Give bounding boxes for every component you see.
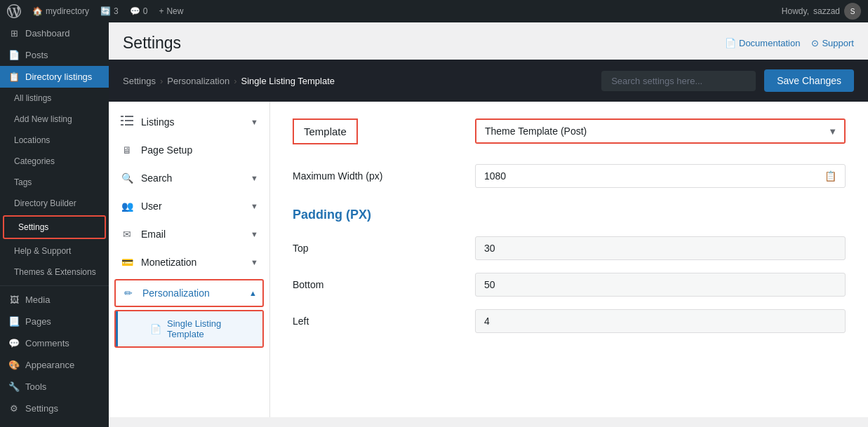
- padding-top-label: Top: [293, 243, 475, 254]
- sidebar-item-help-support[interactable]: Help & Support: [0, 240, 109, 262]
- breadcrumb: Settings › Personalization › Single List…: [123, 76, 335, 86]
- padding-bottom-row: Bottom: [293, 273, 846, 297]
- settings-nav-email[interactable]: ✉ Email ▼: [109, 220, 269, 248]
- sidebar-item-comments[interactable]: 💬 Comments: [0, 332, 109, 354]
- settings-sub-item-single-listing[interactable]: 📄 Single Listing Template: [116, 311, 262, 346]
- template-label-wrapper: Template: [293, 118, 475, 144]
- padding-title: Padding (PX): [293, 208, 846, 222]
- dashboard-icon: ⊞: [8, 28, 20, 39]
- comments-icon: 💬: [130, 6, 140, 16]
- template-select-container: Theme Template (Post)Custom TemplateDefa…: [475, 118, 846, 144]
- padding-bottom-input-wrapper: [475, 273, 846, 297]
- settings-nav-user[interactable]: 👥 User ▼: [109, 192, 269, 220]
- template-label: Template: [304, 126, 347, 137]
- sidebar-item-tags[interactable]: Tags: [0, 172, 109, 193]
- sidebar-item-tools[interactable]: 🔧 Tools: [0, 376, 109, 398]
- sidebar-item-add-new-listing[interactable]: Add New listing: [0, 109, 109, 130]
- documentation-link[interactable]: 📄 Documentation: [725, 38, 800, 48]
- appearance-icon: 🎨: [8, 360, 20, 370]
- max-width-input-wrapper: 1080 📋: [475, 164, 846, 188]
- padding-left-label: Left: [293, 316, 475, 327]
- padding-left-input[interactable]: [475, 309, 846, 333]
- settings-body: Listings ▼ 🖥 Page Setup 🔍 Search ▼: [109, 102, 868, 417]
- sidebar-item-settings[interactable]: Settings: [3, 215, 106, 239]
- copy-icon: 📋: [824, 170, 836, 182]
- padding-top-row: Top: [293, 236, 846, 260]
- single-listing-icon: 📄: [150, 324, 161, 334]
- sidebar-item-locations[interactable]: Locations: [0, 130, 109, 151]
- svg-rect-1: [125, 116, 133, 117]
- padding-bottom-input[interactable]: [475, 273, 846, 297]
- admin-bar: 🏠 mydirectory 🔄 3 💬 0 + New Howdy, sazza…: [0, 0, 868, 22]
- comments-nav-icon: 💬: [8, 338, 20, 348]
- doc-icon: 📄: [725, 38, 736, 48]
- page-setup-nav-icon: 🖥: [120, 144, 134, 156]
- user-nav-icon: 👥: [120, 201, 134, 212]
- sidebar-item-pages[interactable]: 📃 Pages: [0, 311, 109, 332]
- settings-nav-search[interactable]: 🔍 Search ▼: [109, 164, 269, 192]
- template-label-box: Template: [293, 118, 358, 144]
- page-header: Settings 📄 Documentation ⊙ Support: [109, 22, 868, 60]
- settings-nav-personalization[interactable]: ✏ Personalization ▲: [114, 279, 264, 307]
- svg-rect-3: [125, 120, 133, 121]
- settings-form: Template Theme Template (Post)Custom Tem…: [270, 102, 868, 417]
- personalization-chevron-icon: ▲: [249, 289, 257, 297]
- sidebar-item-categories[interactable]: Categories: [0, 151, 109, 172]
- padding-section: Padding (PX) Top Bottom: [293, 208, 846, 333]
- search-input[interactable]: [601, 71, 756, 91]
- max-width-field-row: Maximum Width (px) 1080 📋: [293, 164, 846, 188]
- svg-rect-5: [125, 124, 133, 126]
- template-field-row: Template Theme Template (Post)Custom Tem…: [293, 118, 846, 144]
- listings-chevron-icon: ▼: [251, 118, 258, 126]
- sidebar-item-posts[interactable]: 📄 Posts: [0, 44, 109, 66]
- tools-icon: 🔧: [8, 381, 20, 392]
- svg-rect-4: [121, 124, 123, 126]
- sidebar-item-dashboard[interactable]: ⊞ Dashboard: [0, 22, 109, 44]
- breadcrumb-current: Single Listing Template: [241, 76, 335, 86]
- personalization-nav-icon: ✏: [121, 287, 135, 299]
- avatar: S: [844, 3, 861, 20]
- support-icon: ⊙: [811, 38, 819, 48]
- search-chevron-icon: ▼: [251, 174, 258, 182]
- padding-top-input-wrapper: [475, 236, 846, 260]
- sidebar-item-directory-listings[interactable]: 📋 Directory listings: [0, 66, 109, 88]
- template-select[interactable]: Theme Template (Post)Custom TemplateDefa…: [476, 120, 844, 142]
- page-title: Settings: [123, 34, 181, 53]
- admin-bar-home[interactable]: 🏠 mydirectory: [32, 6, 89, 16]
- settings-nav-listings[interactable]: Listings ▼: [109, 107, 269, 136]
- sidebar-item-all-listings[interactable]: All listings: [0, 88, 109, 109]
- email-chevron-icon: ▼: [251, 230, 258, 238]
- padding-bottom-label: Bottom: [293, 279, 475, 290]
- home-icon: 🏠: [32, 6, 43, 16]
- settings-nav-page-setup[interactable]: 🖥 Page Setup: [109, 136, 269, 164]
- admin-bar-comments[interactable]: 💬 0: [130, 6, 148, 16]
- sidebar-item-media[interactable]: 🖼 Media: [0, 289, 109, 311]
- padding-left-input-wrapper: [475, 309, 846, 333]
- settings-nav-icon: ⚙: [8, 403, 20, 414]
- sidebar-item-appearance[interactable]: 🎨 Appearance: [0, 354, 109, 376]
- max-width-value: 1080: [484, 170, 506, 182]
- breadcrumb-parent[interactable]: Personalization: [167, 76, 229, 86]
- sidebar-item-directory-builder[interactable]: Directory Builder: [0, 193, 109, 214]
- media-icon: 🖼: [8, 294, 20, 305]
- sidebar-item-settings-main[interactable]: ⚙ Settings: [0, 398, 109, 419]
- sidebar-item-themes-extensions[interactable]: Themes & Extensions: [0, 262, 109, 283]
- admin-bar-new[interactable]: + New: [159, 6, 183, 16]
- monetization-chevron-icon: ▼: [251, 258, 258, 266]
- admin-bar-updates[interactable]: 🔄 3: [100, 6, 119, 16]
- template-select-wrapper: Theme Template (Post)Custom TemplateDefa…: [475, 118, 846, 144]
- padding-left-row: Left: [293, 309, 846, 333]
- settings-nav-monetization[interactable]: 💳 Monetization ▼: [109, 248, 269, 276]
- content-area: Settings 📄 Documentation ⊙ Support Setti…: [109, 22, 868, 427]
- user-chevron-icon: ▼: [251, 202, 258, 210]
- search-nav-icon: 🔍: [120, 172, 134, 184]
- support-link[interactable]: ⊙ Support: [811, 38, 854, 48]
- save-button[interactable]: Save Changes: [764, 69, 854, 92]
- breadcrumb-actions: Save Changes: [601, 69, 854, 92]
- header-links: 📄 Documentation ⊙ Support: [725, 38, 854, 48]
- wp-sidebar: ⊞ Dashboard 📄 Posts 📋 Directory listings…: [0, 22, 109, 427]
- breadcrumb-bar: Settings › Personalization › Single List…: [109, 60, 868, 102]
- padding-top-input[interactable]: [475, 236, 846, 260]
- monetization-nav-icon: 💳: [120, 257, 134, 268]
- breadcrumb-root[interactable]: Settings: [123, 76, 156, 86]
